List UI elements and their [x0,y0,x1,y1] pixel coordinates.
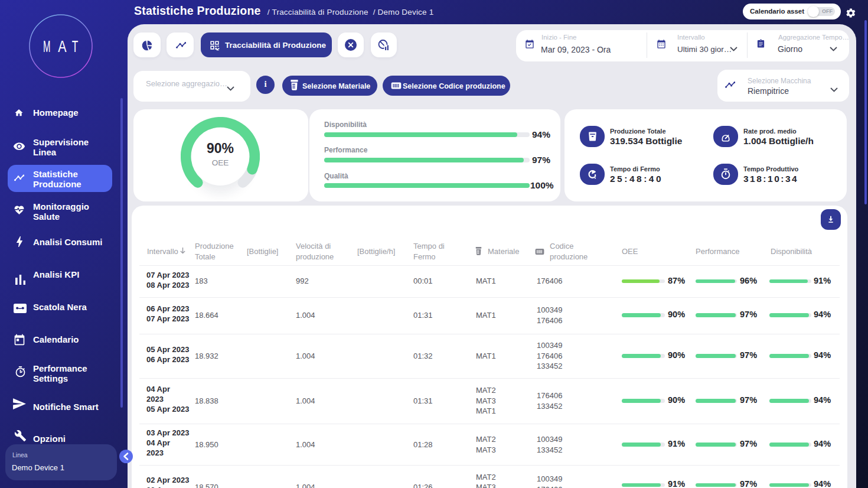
svg-text:A: A [58,38,66,56]
svg-text:T: T [72,38,79,56]
svg-text:M: M [43,38,51,56]
